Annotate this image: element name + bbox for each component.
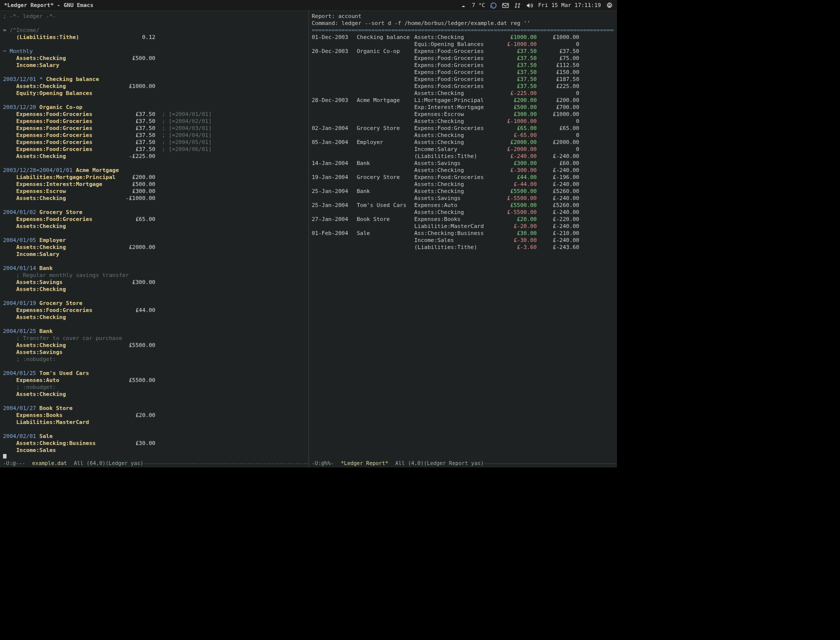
source-line[interactable]: 2004/01/25 Bank	[3, 328, 306, 335]
source-line[interactable]: 2004/01/19 Grocery Store	[3, 300, 306, 307]
report-row[interactable]: Income:Salary£-2000.000	[312, 146, 614, 153]
report-row[interactable]: Assets:Savings£-5500.00£-240.00	[312, 195, 614, 202]
report-row[interactable]: Expens:Food:Groceries£37.50£150.00	[312, 69, 614, 76]
source-line[interactable]: Assets:Checking:Business £30.00	[3, 440, 306, 447]
source-line[interactable]: Assets:Savings £300.00	[3, 279, 306, 286]
source-line[interactable]: Expenses:Food:Groceries £44.00	[3, 307, 306, 314]
source-line[interactable]: ; -*- ledger -*-	[3, 13, 306, 20]
source-line[interactable]: Expenses:Books £20.00	[3, 412, 306, 419]
report-row[interactable]: Expenses:Escrow£300.00£1000.00	[312, 111, 614, 118]
report-row[interactable]: Expens:Food:Groceries£37.50£112.50	[312, 62, 614, 69]
source-line[interactable]: Expenses:Food:Groceries £37.50 ; [=2004/…	[3, 118, 306, 125]
ledger-report[interactable]: Report: account Command: ledger --sort d…	[312, 13, 614, 458]
report-row[interactable]: Liabilitie:MasterCard£-20.00£-240.00	[312, 223, 614, 230]
source-line[interactable]: 2003/12/01 * Checking balance	[3, 76, 306, 83]
report-row[interactable]: 01-Dec-2003Checking balanceAssets:Checki…	[312, 34, 614, 41]
source-line[interactable]: Expenses:Food:Groceries £65.00	[3, 216, 306, 223]
report-row[interactable]: 27-Jan-2004Book StoreExpenses:Books£20.0…	[312, 216, 614, 223]
report-row[interactable]: 20-Dec-2003Organic Co-opExpens:Food:Groc…	[312, 48, 614, 55]
source-line[interactable]: 2004/01/05 Employer	[3, 237, 306, 244]
source-line[interactable]: Assets:Checking £1000.00	[3, 83, 306, 90]
source-line[interactable]: Assets:Checking £5500.00	[3, 342, 306, 349]
source-line[interactable]: 2004/01/02 Grocery Store	[3, 209, 306, 216]
source-line[interactable]: ~ Monthly	[3, 48, 306, 55]
source-line[interactable]: ; :nobudget:	[3, 384, 306, 391]
report-row[interactable]: 02-Jan-2004Grocery StoreExpens:Food:Groc…	[312, 125, 614, 132]
report-row[interactable]: 28-Dec-2003Acme MortgageLi:Mortgage:Prin…	[312, 97, 614, 104]
source-line[interactable]: 2004/02/01 Sale	[3, 433, 306, 440]
source-line[interactable]: Assets:Checking -£225.00	[3, 153, 306, 160]
source-line[interactable]: Assets:Checking	[3, 286, 306, 293]
report-row[interactable]: Expens:Food:Groceries£37.50£75.00	[312, 55, 614, 62]
source-line[interactable]	[3, 426, 306, 433]
report-row[interactable]: Income:Sales£-30.00£-240.00	[312, 237, 614, 244]
report-row[interactable]: 25-Jan-2004BankAssets:Checking£5500.00£5…	[312, 188, 614, 195]
source-line[interactable]: ; Transfer to cover car purchase	[3, 335, 306, 342]
source-line[interactable]	[3, 41, 306, 48]
settings-icon[interactable]	[606, 2, 613, 9]
source-line[interactable]	[3, 202, 306, 209]
source-line[interactable]	[3, 454, 306, 458]
source-line[interactable]: 2004/01/14 Bank	[3, 265, 306, 272]
ledger-source[interactable]: ; -*- ledger -*- = /^Income/ (Liabilitie…	[3, 13, 306, 458]
left-buffer[interactable]: ; -*- ledger -*- = /^Income/ (Liabilitie…	[0, 11, 309, 468]
source-line[interactable]	[3, 20, 306, 27]
source-line[interactable]: Expenses:Food:Groceries £37.50 ; [=2004/…	[3, 132, 306, 139]
source-line[interactable]: 2004/01/25 Tom's Used Cars	[3, 370, 306, 377]
source-line[interactable]: Assets:Checking	[3, 314, 306, 321]
report-row[interactable]: Equi:Opening Balances£-1000.000	[312, 41, 614, 48]
source-line[interactable]: Income:Salary	[3, 251, 306, 258]
volume-icon[interactable]	[526, 2, 533, 9]
source-line[interactable]: ; Regular monthly savings transfer	[3, 272, 306, 279]
source-line[interactable]	[3, 293, 306, 300]
source-line[interactable]: Expenses:Food:Groceries £37.50 ; [=2004/…	[3, 139, 306, 146]
source-line[interactable]	[3, 258, 306, 265]
source-line[interactable]	[3, 69, 306, 76]
source-line[interactable]: = /^Income/	[3, 27, 306, 34]
report-row[interactable]: Assets:Checking£-225.000	[312, 90, 614, 97]
report-row[interactable]: Assets:Checking£-65.000	[312, 132, 614, 139]
source-line[interactable]: Assets:Checking £2000.00	[3, 244, 306, 251]
source-line[interactable]: ; :nobudget:	[3, 356, 306, 363]
source-line[interactable]	[3, 97, 306, 104]
report-row[interactable]: Expens:Food:Groceries£37.50£225.00	[312, 83, 614, 90]
right-buffer[interactable]: Report: account Command: ledger --sort d…	[309, 11, 618, 468]
report-row[interactable]: Assets:Checking£-300.00£-240.00	[312, 167, 614, 174]
source-line[interactable]	[3, 363, 306, 370]
source-line[interactable]: Assets:Savings	[3, 349, 306, 356]
source-line[interactable]: Expenses:Interest:Mortgage £500.00	[3, 181, 306, 188]
report-row[interactable]: 01-Feb-2004SaleAss:Checking:Business£30.…	[312, 230, 614, 237]
source-line[interactable]: Liabilities:MasterCard	[3, 419, 306, 426]
source-line[interactable]: 2003/12/28=2004/01/01 Acme Mortgage	[3, 167, 306, 174]
report-row[interactable]: 14-Jan-2004BankAssets:Savings£300.00£60.…	[312, 160, 614, 167]
source-line[interactable]: Expenses:Auto £5500.00	[3, 377, 306, 384]
source-line[interactable]: (Liabilities:Tithe) 0.12	[3, 34, 306, 41]
source-line[interactable]: Expenses:Escrow £300.00	[3, 188, 306, 195]
report-row[interactable]: 25-Jan-2004Tom's Used CarsExpenses:Auto£…	[312, 202, 614, 209]
source-line[interactable]: Equity:Opening Balances	[3, 90, 306, 97]
source-line[interactable]: 2004/01/27 Book Store	[3, 405, 306, 412]
source-line[interactable]: Expenses:Food:Groceries £37.50 ; [=2004/…	[3, 146, 306, 153]
report-row[interactable]: (Liabilities:Tithe)£-240.00£-240.00	[312, 153, 614, 160]
minibuffer[interactable]	[0, 468, 617, 470]
mail-icon[interactable]	[502, 2, 509, 9]
report-row[interactable]: Expens:Food:Groceries£37.50£187.50	[312, 76, 614, 83]
source-line[interactable]	[3, 321, 306, 328]
source-line[interactable]: Assets:Checking	[3, 391, 306, 398]
source-line[interactable]: Expenses:Food:Groceries £37.50 ; [=2004/…	[3, 125, 306, 132]
report-row[interactable]: Assets:Checking£-1000.000	[312, 118, 614, 125]
source-line[interactable]	[3, 230, 306, 237]
source-line[interactable]: Liabilities:Mortgage:Principal £200.00	[3, 174, 306, 181]
source-line[interactable]: Assets:Checking -£1000.00	[3, 195, 306, 202]
source-line[interactable]: 2003/12/20 Organic Co-op	[3, 104, 306, 111]
report-row[interactable]: Exp:Interest:Mortgage£500.00£700.00	[312, 104, 614, 111]
source-line[interactable]	[3, 160, 306, 167]
report-row[interactable]: Assets:Checking£-5500.00£-240.00	[312, 209, 614, 216]
report-row[interactable]: Assets:Checking£-44.00£-240.00	[312, 181, 614, 188]
source-line[interactable]: Income:Salary	[3, 62, 306, 69]
source-line[interactable]	[3, 398, 306, 405]
report-row[interactable]: 05-Jan-2004EmployerAssets:Checking£2000.…	[312, 139, 614, 146]
refresh-icon[interactable]	[490, 2, 497, 9]
source-line[interactable]: Income:Sales	[3, 447, 306, 454]
report-row[interactable]: (Liabilities:Tithe)£-3.60£-243.60	[312, 244, 614, 251]
